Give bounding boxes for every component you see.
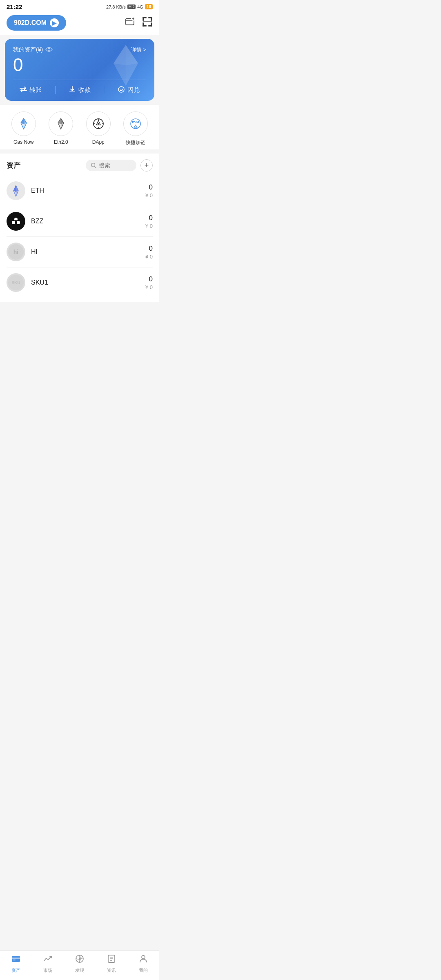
svg-text:hi: hi <box>13 249 18 255</box>
logo-text: 902D.COM <box>14 19 47 27</box>
evm-icon-circle: EVM <box>123 111 148 136</box>
bzz-name: BZZ <box>31 218 43 225</box>
quick-access-section: Gas Now Eth2.0 D <box>0 105 159 149</box>
transfer-button[interactable]: 转账 <box>20 86 42 94</box>
app-header: 902D.COM ▶ <box>0 12 159 35</box>
svg-text:SKU: SKU <box>11 281 20 285</box>
divider-2 <box>104 86 104 94</box>
gas-now-icon-circle <box>11 111 36 136</box>
status-bar: 21:22 27.8 KB/s HD 4G 18 <box>0 0 159 12</box>
battery-indicator: 18 <box>145 4 153 9</box>
svg-point-53 <box>17 221 20 224</box>
svg-point-54 <box>15 220 17 223</box>
network-indicator: 4G <box>137 4 143 9</box>
asset-left-sku1: SKU SKU1 <box>7 273 48 292</box>
svg-point-33 <box>98 123 99 125</box>
svg-marker-16 <box>126 63 138 86</box>
bzz-logo <box>7 212 25 231</box>
asset-label: 我的资产(¥) <box>13 46 53 53</box>
svg-rect-19 <box>69 91 75 92</box>
assets-section: 资产 + <box>0 154 159 302</box>
svg-rect-9 <box>143 23 144 26</box>
svg-point-52 <box>12 221 15 224</box>
svg-marker-18 <box>114 63 126 86</box>
asset-item-eth[interactable]: ETH 0 ¥ 0 <box>7 176 153 206</box>
asset-left-eth: ETH <box>7 181 44 200</box>
svg-rect-11 <box>151 23 152 26</box>
asset-right-eth: 0 ¥ 0 <box>145 183 153 198</box>
search-input[interactable] <box>99 162 131 169</box>
dapp-label: DApp <box>92 139 105 145</box>
asset-list: ETH 0 ¥ 0 BZZ <box>7 176 153 302</box>
svg-rect-7 <box>151 17 152 20</box>
hi-logo: hi <box>7 243 25 261</box>
asset-left-hi: hi HI <box>7 243 38 261</box>
sku1-value: ¥ 0 <box>145 284 153 290</box>
evm-label: 快捷加链 <box>126 139 145 146</box>
speed-indicator: 27.8 KB/s <box>106 4 126 9</box>
asset-item-hi[interactable]: hi HI 0 ¥ 0 <box>7 237 153 267</box>
asset-item-bzz[interactable]: BZZ 0 ¥ 0 <box>7 206 153 237</box>
hi-value: ¥ 0 <box>145 254 153 260</box>
quick-item-dapp[interactable]: DApp <box>86 111 111 146</box>
svg-rect-5 <box>143 17 144 20</box>
sku1-logo: SKU <box>7 273 25 292</box>
svg-point-13 <box>48 49 50 51</box>
eth-diamond-watermark <box>105 43 146 89</box>
eth2-icon-circle <box>49 111 73 136</box>
logo-arrow-icon: ▶ <box>50 18 59 27</box>
receive-icon <box>69 86 76 94</box>
dapp-icon-circle <box>86 111 111 136</box>
quick-item-evm[interactable]: EVM 快捷加链 <box>123 111 148 146</box>
asset-card: 我的资产(¥) 详情 > 0 <box>5 39 154 101</box>
gas-now-label: Gas Now <box>13 139 33 145</box>
search-box[interactable] <box>86 160 136 171</box>
header-action-icons <box>125 16 153 29</box>
asset-right-hi: 0 ¥ 0 <box>145 245 153 260</box>
hi-name: HI <box>31 248 38 256</box>
asset-left-bzz: BZZ <box>7 212 43 231</box>
search-icon <box>91 163 96 168</box>
add-wallet-icon[interactable] <box>125 16 136 29</box>
bottom-spacer <box>0 302 159 334</box>
eth-value: ¥ 0 <box>145 192 153 198</box>
bzz-balance: 0 <box>145 214 153 222</box>
eth-balance: 0 <box>145 183 153 192</box>
svg-line-43 <box>95 167 96 168</box>
eth-name: ETH <box>31 187 44 194</box>
assets-search-row: + <box>86 159 153 172</box>
quick-item-gas-now[interactable]: Gas Now <box>11 111 36 146</box>
eth-logo <box>7 181 25 200</box>
scan-icon[interactable] <box>142 16 153 29</box>
svg-text:EVM: EVM <box>132 120 140 124</box>
receive-label: 收款 <box>78 86 91 94</box>
asset-right-sku1: 0 ¥ 0 <box>145 275 153 290</box>
sku1-name: SKU1 <box>31 279 48 286</box>
status-icons: 27.8 KB/s HD 4G 18 <box>106 4 153 9</box>
receive-button[interactable]: 收款 <box>69 86 91 94</box>
quick-item-eth2[interactable]: Eth2.0 <box>49 111 73 146</box>
add-asset-button[interactable]: + <box>140 159 153 172</box>
transfer-label: 转账 <box>29 86 42 94</box>
divider-1 <box>55 86 56 94</box>
eth2-label: Eth2.0 <box>54 139 68 145</box>
asset-right-bzz: 0 ¥ 0 <box>145 214 153 229</box>
hi-balance: 0 <box>145 245 153 253</box>
logo-button[interactable]: 902D.COM ▶ <box>7 15 66 31</box>
sku1-balance: 0 <box>145 275 153 283</box>
svg-marker-15 <box>126 45 138 65</box>
assets-header: 资产 + <box>7 154 153 176</box>
svg-marker-17 <box>114 45 126 65</box>
asset-item-sku1[interactable]: SKU SKU1 0 ¥ 0 <box>7 267 153 298</box>
status-time: 21:22 <box>7 3 22 10</box>
transfer-icon <box>20 86 27 94</box>
hd-badge: HD <box>127 4 136 9</box>
svg-marker-40 <box>134 125 137 127</box>
eye-icon[interactable] <box>45 47 53 53</box>
assets-title: 资产 <box>7 161 20 170</box>
bzz-value: ¥ 0 <box>145 223 153 229</box>
